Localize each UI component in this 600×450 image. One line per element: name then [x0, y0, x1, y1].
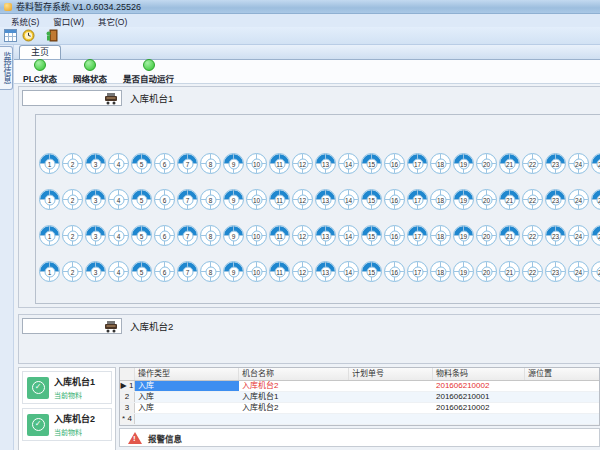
coil-slot-2[interactable]: 2: [62, 189, 83, 210]
coil-slot-8[interactable]: 8: [200, 189, 221, 210]
coil-slot-13[interactable]: 13: [315, 261, 336, 282]
coil-slot-20[interactable]: 20: [476, 189, 497, 210]
row-header[interactable]: ▶ 1: [120, 381, 135, 391]
coil-slot-16[interactable]: 16: [384, 225, 405, 246]
table-cell[interactable]: [433, 414, 525, 424]
table-cell[interactable]: [349, 392, 433, 402]
coil-slot-4[interactable]: 4: [108, 225, 129, 246]
coil-slot-5[interactable]: 5: [131, 225, 152, 246]
coil-slot-1[interactable]: 1: [39, 153, 60, 174]
coil-slot-11[interactable]: 11: [269, 153, 290, 174]
coil-slot-16[interactable]: 16: [384, 189, 405, 210]
table-cell[interactable]: 201606210002: [433, 381, 525, 391]
coil-slot-4[interactable]: 4: [108, 153, 129, 174]
coil-slot-16[interactable]: 16: [384, 261, 405, 282]
coil-slot-11[interactable]: 11: [269, 261, 290, 282]
tab-home[interactable]: 主页: [19, 45, 61, 59]
table-cell[interactable]: 201606210001: [433, 392, 525, 402]
table-row[interactable]: 2入库入库机台1201606210001: [120, 392, 599, 403]
table-cell[interactable]: [525, 381, 599, 391]
coil-slot-13[interactable]: 13: [315, 225, 336, 246]
column-header-3[interactable]: 计划单号: [349, 368, 433, 380]
coil-slot-11[interactable]: 11: [269, 189, 290, 210]
coil-slot-18[interactable]: 18: [430, 153, 451, 174]
coil-slot-23[interactable]: 23: [545, 225, 566, 246]
column-header-4[interactable]: 物料条码: [433, 368, 525, 380]
coil-slot-10[interactable]: 10: [246, 153, 267, 174]
coil-slot-4[interactable]: 4: [108, 189, 129, 210]
coil-slot-12[interactable]: 12: [292, 153, 313, 174]
coil-slot-22[interactable]: 22: [522, 225, 543, 246]
coil-slot-7[interactable]: 7: [177, 153, 198, 174]
coil-slot-13[interactable]: 13: [315, 153, 336, 174]
coil-slot-10[interactable]: 10: [246, 225, 267, 246]
coil-slot-12[interactable]: 12: [292, 189, 313, 210]
table-cell[interactable]: 入库: [135, 403, 239, 413]
coil-slot-12[interactable]: 12: [292, 261, 313, 282]
row-header[interactable]: 3: [120, 403, 135, 413]
table-cell[interactable]: 入库机台2: [239, 381, 349, 391]
table-cell[interactable]: [349, 414, 433, 424]
coil-slot-6[interactable]: 6: [154, 225, 175, 246]
row-header[interactable]: * 4: [120, 414, 135, 424]
clock-icon[interactable]: [21, 29, 35, 43]
coil-slot-1[interactable]: 1: [39, 189, 60, 210]
coil-slot-24[interactable]: 24: [568, 261, 589, 282]
coil-slot-23[interactable]: 23: [545, 189, 566, 210]
coil-slot-3[interactable]: 3: [85, 189, 106, 210]
coil-slot-9[interactable]: 9: [223, 225, 244, 246]
coil-slot-17[interactable]: 17: [407, 189, 428, 210]
coil-slot-2[interactable]: 2: [62, 225, 83, 246]
coil-slot-19[interactable]: 19: [453, 225, 474, 246]
coil-slot-7[interactable]: 7: [177, 225, 198, 246]
machine1-header-box[interactable]: [22, 90, 122, 106]
table-cell[interactable]: [135, 414, 239, 424]
table-cell[interactable]: 201606210002: [433, 403, 525, 413]
coil-slot-24[interactable]: 24: [568, 153, 589, 174]
coil-slot-2[interactable]: 2: [62, 261, 83, 282]
column-header-5[interactable]: 源位置: [525, 368, 599, 380]
coil-slot-21[interactable]: 21: [499, 261, 520, 282]
coil-slot-21[interactable]: 21: [499, 153, 520, 174]
coil-slot-8[interactable]: 8: [200, 153, 221, 174]
calendar-grid-icon[interactable]: [3, 29, 17, 43]
coil-slot-3[interactable]: 3: [85, 153, 106, 174]
coil-slot-6[interactable]: 6: [154, 261, 175, 282]
coil-slot-9[interactable]: 9: [223, 261, 244, 282]
coil-slot-14[interactable]: 14: [338, 189, 359, 210]
coil-slot-6[interactable]: 6: [154, 153, 175, 174]
table-cell[interactable]: [525, 403, 599, 413]
coil-slot-1[interactable]: 1: [39, 261, 60, 282]
table-cell[interactable]: 入库: [135, 392, 239, 402]
coil-slot-11[interactable]: 11: [269, 225, 290, 246]
coil-slot-25[interactable]: 25: [591, 225, 600, 246]
coil-slot-14[interactable]: 14: [338, 225, 359, 246]
coil-slot-9[interactable]: 9: [223, 153, 244, 174]
coil-slot-22[interactable]: 22: [522, 153, 543, 174]
coil-slot-14[interactable]: 14: [338, 153, 359, 174]
table-cell[interactable]: [525, 414, 599, 424]
coil-slot-17[interactable]: 17: [407, 261, 428, 282]
menu-window[interactable]: 窗口(W): [46, 15, 91, 27]
coil-slot-14[interactable]: 14: [338, 261, 359, 282]
row-header[interactable]: 2: [120, 392, 135, 402]
coil-slot-15[interactable]: 15: [361, 153, 382, 174]
coil-slot-17[interactable]: 17: [407, 153, 428, 174]
coil-slot-20[interactable]: 20: [476, 225, 497, 246]
coil-slot-7[interactable]: 7: [177, 261, 198, 282]
coil-slot-23[interactable]: 23: [545, 261, 566, 282]
coil-slot-1[interactable]: 1: [39, 225, 60, 246]
coil-slot-19[interactable]: 19: [453, 189, 474, 210]
table-row[interactable]: ▶ 1入库入库机台2201606210002: [120, 381, 599, 392]
coil-slot-10[interactable]: 10: [246, 189, 267, 210]
menu-other[interactable]: 其它(O): [91, 15, 134, 27]
coil-slot-22[interactable]: 22: [522, 261, 543, 282]
coil-slot-8[interactable]: 8: [200, 225, 221, 246]
coil-slot-13[interactable]: 13: [315, 189, 336, 210]
table-cell[interactable]: [525, 392, 599, 402]
coil-slot-4[interactable]: 4: [108, 261, 129, 282]
table-cell[interactable]: [349, 381, 433, 391]
coil-slot-16[interactable]: 16: [384, 153, 405, 174]
coil-slot-5[interactable]: 5: [131, 261, 152, 282]
machine-status-card[interactable]: ✓入库机台2当前物料: [22, 408, 112, 441]
